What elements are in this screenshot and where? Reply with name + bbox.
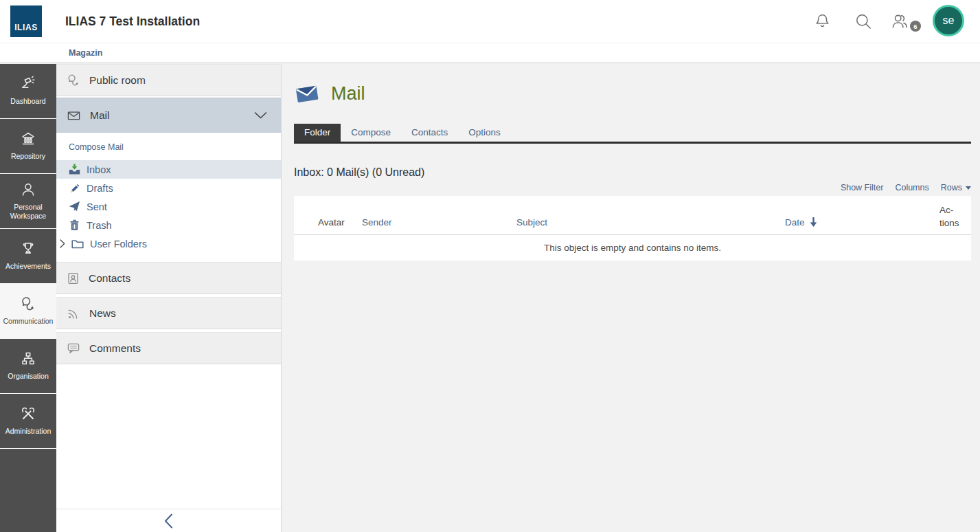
online-users-badge[interactable]: 6 (910, 21, 921, 32)
rail-item-label: Achievements (5, 262, 51, 271)
tab-contacts[interactable]: Contacts (401, 124, 458, 142)
slate-entry-label: News (89, 307, 116, 320)
tree-item-drafts[interactable]: Drafts (56, 179, 281, 197)
date-label: Date (785, 217, 805, 228)
tree-item-label: Sent (87, 201, 107, 212)
slate-entry-label: Contacts (89, 272, 130, 285)
rail-item-repository[interactable]: Personal Workspace Repository (0, 119, 56, 174)
rail-item-organisation[interactable]: Organisation (0, 339, 56, 394)
slate-entry-label: Comments (89, 342, 141, 355)
content-area: Mail Folder Compose Contacts Options Inb… (282, 64, 980, 532)
tree-item-sent[interactable]: Sent (56, 197, 281, 216)
sort-descending-icon (809, 217, 818, 228)
mail-folder-tree: Compose Mail Inbox (56, 133, 281, 262)
column-header-avatar: Avatar (294, 217, 362, 234)
slate-entry-comments[interactable]: Comments (56, 332, 281, 364)
inbox-icon (69, 164, 80, 175)
tree-item-trash[interactable]: Trash (56, 216, 281, 234)
column-header-date[interactable]: Date (785, 217, 939, 234)
rail-item-label: Communication (3, 317, 54, 326)
pencil-icon (69, 182, 80, 194)
contact-card-icon (67, 271, 80, 285)
paper-plane-icon (69, 201, 80, 212)
chevron-left-icon (164, 513, 173, 529)
page-title-header: ILIAS 7 Test Installation (65, 0, 200, 43)
rail-item-label: Dashboard (10, 97, 45, 106)
slate-entry-label: Public room (89, 74, 146, 87)
rss-icon (67, 307, 80, 320)
rail-item-achievements[interactable]: Achievements (0, 229, 56, 284)
top-header: ILIAS ILIAS 7 Test Installation 6 se (0, 0, 980, 43)
slate-entry-contacts[interactable]: Contacts (56, 262, 281, 294)
ilias-logo[interactable]: ILIAS (10, 5, 42, 37)
person-icon (20, 181, 36, 198)
trash-icon (69, 219, 80, 231)
logo-text: ILIAS (14, 23, 38, 32)
rail-item-label: Repository (11, 152, 45, 161)
slate-entry-public-room[interactable]: Public room (56, 64, 281, 96)
desk-lamp-icon (20, 76, 36, 92)
org-chart-icon (20, 351, 36, 367)
column-header-actions: Ac- tions (939, 204, 971, 234)
bank-icon (20, 131, 36, 147)
inbox-status-line: Inbox: 0 Mail(s) (0 Unread) (294, 166, 971, 179)
columns-link[interactable]: Columns (895, 183, 928, 192)
tab-folder[interactable]: Folder (294, 124, 341, 142)
rail-item-dashboard[interactable]: Dashboard (0, 64, 56, 119)
main-nav-rail: Dashboard Personal Workspace Repository (0, 64, 56, 532)
empty-table-message: This object is empty and contains no ite… (294, 235, 971, 261)
column-header-subject[interactable]: Subject (516, 217, 785, 234)
table-header-row: Avatar Sender Subject Date Ac- tions (294, 196, 971, 235)
slate-entry-mail[interactable]: Mail (56, 98, 281, 133)
slate-entry-news[interactable]: News (56, 297, 281, 329)
trophy-icon (20, 241, 36, 257)
object-header: Mail (294, 81, 971, 106)
rail-item-communication[interactable]: Communication (0, 284, 56, 339)
show-filter-link[interactable]: Show Filter (841, 183, 884, 192)
tree-item-label: Inbox (87, 164, 111, 175)
chevron-right-icon[interactable] (60, 239, 65, 248)
main-body: Dashboard Personal Workspace Repository (0, 64, 980, 532)
rail-item-administration[interactable]: Administration (0, 394, 56, 449)
search-icon[interactable] (854, 12, 872, 30)
users-icon[interactable] (890, 12, 909, 31)
object-title: Mail (331, 83, 365, 104)
table-controls: Show Filter Columns Rows (294, 183, 971, 192)
tab-compose[interactable]: Compose (341, 124, 401, 142)
mail-envelope-icon (294, 82, 320, 105)
tree-item-inbox[interactable]: Inbox (56, 160, 281, 179)
folder-icon (71, 239, 84, 250)
compose-mail-link[interactable]: Compose Mail (69, 142, 124, 152)
tree-item-label: User Folders (90, 239, 147, 250)
rail-item-label: Organisation (8, 372, 49, 381)
slate-entry-label: Mail (90, 109, 109, 122)
avatar[interactable]: se (933, 5, 964, 36)
column-header-sender[interactable]: Sender (362, 217, 516, 234)
mail-table: Avatar Sender Subject Date Ac- tions Thi… (294, 196, 971, 261)
rows-dropdown[interactable]: Rows (941, 183, 971, 192)
tree-item-label: Drafts (87, 183, 113, 194)
rail-item-label: Administration (5, 427, 52, 436)
envelope-icon (67, 109, 81, 122)
chevron-down-icon[interactable] (254, 112, 267, 119)
rows-label: Rows (941, 183, 962, 192)
tree-item-user-folders[interactable]: User Folders (56, 234, 281, 253)
chat-bubbles-icon (20, 296, 36, 312)
rail-item-label: Personal Workspace (7, 203, 49, 221)
communication-slate: Public room Mail Compose Mail (56, 64, 282, 532)
caret-down-icon (966, 186, 971, 190)
breadcrumb-bar: Magazin (0, 43, 980, 63)
crossed-tools-icon (20, 406, 36, 422)
tab-options[interactable]: Options (458, 124, 511, 142)
rail-item-personal-workspace[interactable]: Personal Workspace (0, 174, 56, 229)
tab-bar: Folder Compose Contacts Options (294, 124, 971, 144)
collapse-slate-button[interactable] (56, 509, 281, 532)
comment-bubble-icon (67, 342, 80, 355)
tree-item-label: Trash (87, 220, 112, 231)
breadcrumb[interactable]: Magazin (69, 43, 102, 63)
bell-icon[interactable] (814, 12, 831, 30)
chat-bubbles-icon (67, 74, 80, 87)
